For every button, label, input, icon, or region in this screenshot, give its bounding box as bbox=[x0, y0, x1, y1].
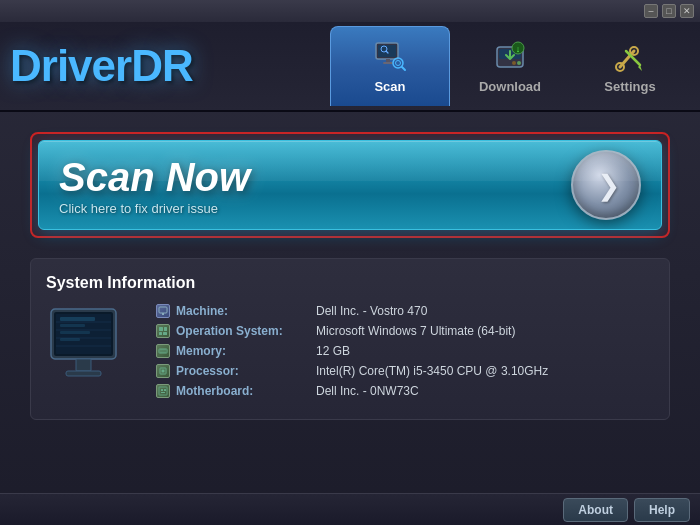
svg-point-11 bbox=[517, 61, 521, 65]
memory-icon bbox=[156, 344, 170, 358]
svg-rect-33 bbox=[60, 338, 80, 341]
svg-rect-1 bbox=[378, 45, 396, 57]
tab-scan[interactable]: Scan bbox=[330, 26, 450, 106]
download-tab-icon: ↓ bbox=[492, 39, 528, 75]
svg-line-6 bbox=[402, 67, 405, 70]
processor-label: Processor: bbox=[176, 364, 316, 378]
tab-settings[interactable]: Settings bbox=[570, 26, 690, 106]
close-button[interactable]: ✕ bbox=[680, 4, 694, 18]
processor-value: Intel(R) Core(TM) i5-3450 CPU @ 3.10GHz bbox=[316, 364, 548, 378]
processor-icon bbox=[156, 364, 170, 378]
title-bar: – □ ✕ bbox=[0, 0, 700, 22]
svg-rect-36 bbox=[159, 327, 163, 331]
motherboard-label: Motherboard: bbox=[176, 384, 316, 398]
svg-rect-28 bbox=[76, 359, 91, 371]
machine-icon bbox=[156, 304, 170, 318]
os-label: Operation System: bbox=[176, 324, 316, 338]
svg-point-12 bbox=[512, 61, 516, 65]
svg-rect-3 bbox=[383, 62, 393, 64]
os-icon bbox=[156, 324, 170, 338]
memory-value: 12 GB bbox=[316, 344, 350, 358]
nav-tabs: Scan ↓ Download bbox=[330, 26, 690, 106]
system-info-section: System Information bbox=[30, 258, 670, 420]
header: DriverDR Scan bbox=[0, 22, 700, 112]
svg-rect-37 bbox=[164, 327, 167, 331]
scan-now-title: Scan Now bbox=[59, 155, 571, 199]
system-info-title: System Information bbox=[46, 274, 654, 292]
scan-now-subtitle: Click here to fix driver issue bbox=[59, 201, 571, 216]
svg-rect-34 bbox=[159, 307, 167, 313]
svg-rect-47 bbox=[161, 389, 163, 391]
system-info-table: Machine: Dell Inc. - Vostro 470 Operatio… bbox=[156, 304, 654, 404]
svg-rect-31 bbox=[60, 324, 85, 327]
motherboard-row: Motherboard: Dell Inc. - 0NW73C bbox=[156, 384, 654, 398]
scan-now-button[interactable]: Scan Now Click here to fix driver issue … bbox=[38, 140, 662, 230]
os-row: Operation System: Microsoft Windows 7 Ul… bbox=[156, 324, 654, 338]
svg-rect-38 bbox=[159, 332, 162, 335]
scan-arrow-button[interactable]: ❯ bbox=[571, 150, 641, 220]
machine-label: Machine: bbox=[176, 304, 316, 318]
settings-tab-label: Settings bbox=[604, 79, 655, 94]
machine-value: Dell Inc. - Vostro 470 bbox=[316, 304, 427, 318]
svg-rect-39 bbox=[163, 332, 167, 335]
svg-rect-45 bbox=[162, 370, 165, 373]
scan-tab-icon bbox=[372, 39, 408, 75]
scan-now-wrapper: Scan Now Click here to fix driver issue … bbox=[30, 132, 670, 238]
svg-point-5 bbox=[396, 61, 401, 66]
app-logo: DriverDR bbox=[10, 41, 230, 91]
svg-rect-48 bbox=[164, 389, 166, 391]
svg-text:↓: ↓ bbox=[516, 44, 521, 54]
maximize-button[interactable]: □ bbox=[662, 4, 676, 18]
motherboard-icon bbox=[156, 384, 170, 398]
processor-row: Processor: Intel(R) Core(TM) i5-3450 CPU… bbox=[156, 364, 654, 378]
download-tab-label: Download bbox=[479, 79, 541, 94]
about-button[interactable]: About bbox=[563, 498, 628, 522]
tab-download[interactable]: ↓ Download bbox=[450, 26, 570, 106]
memory-row: Memory: 12 GB bbox=[156, 344, 654, 358]
computer-illustration bbox=[46, 304, 136, 389]
bottom-bar: About Help bbox=[0, 493, 700, 525]
arrow-icon: ❯ bbox=[597, 169, 620, 202]
minimize-button[interactable]: – bbox=[644, 4, 658, 18]
svg-rect-30 bbox=[60, 317, 95, 321]
memory-label: Memory: bbox=[176, 344, 316, 358]
svg-rect-32 bbox=[60, 331, 90, 334]
help-button[interactable]: Help bbox=[634, 498, 690, 522]
scan-text-area: Scan Now Click here to fix driver issue bbox=[59, 155, 571, 216]
svg-rect-29 bbox=[66, 371, 101, 376]
window-controls: – □ ✕ bbox=[644, 4, 694, 18]
main-content: Scan Now Click here to fix driver issue … bbox=[0, 112, 700, 440]
svg-marker-20 bbox=[638, 65, 642, 71]
motherboard-value: Dell Inc. - 0NW73C bbox=[316, 384, 419, 398]
svg-rect-2 bbox=[386, 59, 390, 62]
svg-rect-49 bbox=[161, 392, 165, 393]
system-info-body: Machine: Dell Inc. - Vostro 470 Operatio… bbox=[46, 304, 654, 404]
scan-tab-label: Scan bbox=[374, 79, 405, 94]
svg-rect-35 bbox=[162, 313, 164, 315]
os-value: Microsoft Windows 7 Ultimate (64-bit) bbox=[316, 324, 515, 338]
svg-rect-46 bbox=[159, 387, 167, 395]
settings-tab-icon bbox=[612, 39, 648, 75]
app-window: DriverDR Scan bbox=[0, 22, 700, 525]
machine-row: Machine: Dell Inc. - Vostro 470 bbox=[156, 304, 654, 318]
